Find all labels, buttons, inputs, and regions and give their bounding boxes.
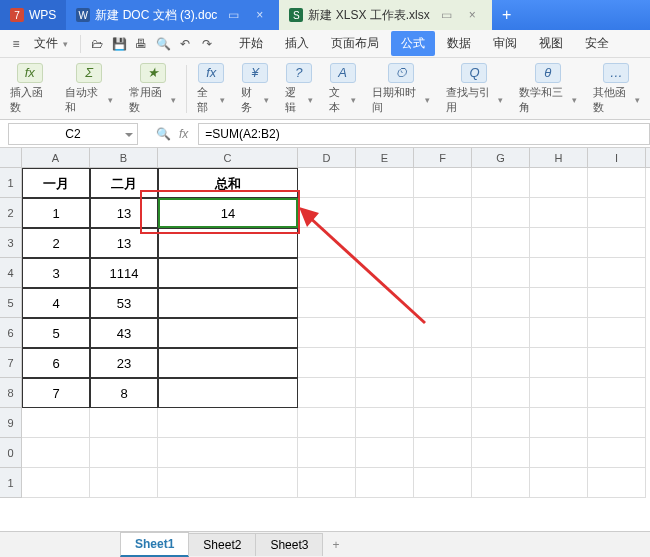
open-icon[interactable]: 🗁 [87, 34, 107, 54]
cell[interactable] [414, 438, 472, 468]
cell[interactable] [298, 228, 356, 258]
cell[interactable] [356, 258, 414, 288]
row-header[interactable]: 4 [0, 258, 22, 288]
row-header[interactable]: 5 [0, 288, 22, 318]
add-sheet-button[interactable]: + [322, 534, 349, 556]
row-header[interactable]: 9 [0, 408, 22, 438]
name-box[interactable]: C2 [8, 123, 138, 145]
col-header-E[interactable]: E [356, 148, 414, 167]
math-fn-button[interactable]: θ 数学和三角 [513, 61, 582, 117]
cell[interactable] [588, 408, 646, 438]
select-all-corner[interactable] [0, 148, 22, 167]
row-header[interactable]: 6 [0, 318, 22, 348]
cell-A1[interactable]: 一月 [22, 168, 90, 198]
sheet-tab-1[interactable]: Sheet1 [120, 532, 189, 557]
cell-B2[interactable]: 13 [90, 198, 158, 228]
cell[interactable] [530, 318, 588, 348]
row-header[interactable]: 8 [0, 378, 22, 408]
cell-C1[interactable]: 总和 [158, 168, 298, 198]
cell[interactable] [298, 408, 356, 438]
cell[interactable] [472, 468, 530, 498]
cell[interactable] [530, 378, 588, 408]
cell[interactable] [22, 408, 90, 438]
cell[interactable] [588, 198, 646, 228]
add-tab-button[interactable]: + [492, 6, 522, 24]
cell[interactable] [414, 408, 472, 438]
cell[interactable] [414, 348, 472, 378]
cell[interactable] [472, 168, 530, 198]
cell[interactable] [472, 348, 530, 378]
cell[interactable] [22, 438, 90, 468]
cell[interactable] [414, 228, 472, 258]
print-icon[interactable]: 🖶 [131, 34, 151, 54]
cell[interactable] [530, 168, 588, 198]
tab-insert[interactable]: 插入 [275, 31, 319, 56]
cell[interactable] [356, 408, 414, 438]
cell[interactable] [530, 348, 588, 378]
cell[interactable] [530, 258, 588, 288]
cell[interactable] [90, 438, 158, 468]
cell[interactable] [530, 408, 588, 438]
cell[interactable]: 2 [22, 228, 90, 258]
common-fn-button[interactable]: ★ 常用函数 [123, 61, 183, 117]
tab-view[interactable]: 视图 [529, 31, 573, 56]
cell[interactable] [588, 438, 646, 468]
datetime-fn-button[interactable]: ⏲ 日期和时间 [366, 61, 435, 117]
close-icon[interactable]: × [250, 8, 269, 22]
cell[interactable] [356, 438, 414, 468]
app-tab-doc[interactable]: W 新建 DOC 文档 (3).doc ▭ × [66, 0, 279, 30]
formula-input[interactable]: =SUM(A2:B2) [198, 123, 650, 145]
cell[interactable] [90, 468, 158, 498]
cell[interactable] [356, 318, 414, 348]
cell[interactable] [22, 468, 90, 498]
cell[interactable] [298, 168, 356, 198]
file-menu[interactable]: 文件 [28, 32, 74, 55]
redo-icon[interactable]: ↷ [197, 34, 217, 54]
cell[interactable] [356, 228, 414, 258]
cell[interactable] [298, 378, 356, 408]
cell[interactable] [588, 348, 646, 378]
tab-security[interactable]: 安全 [575, 31, 619, 56]
cell[interactable] [472, 408, 530, 438]
cell[interactable] [356, 198, 414, 228]
cell[interactable] [414, 198, 472, 228]
cell[interactable] [298, 348, 356, 378]
cell[interactable] [298, 438, 356, 468]
cell[interactable] [588, 258, 646, 288]
cell[interactable]: 6 [22, 348, 90, 378]
text-fn-button[interactable]: A 文本 [323, 61, 363, 117]
cell[interactable] [158, 468, 298, 498]
finance-fn-button[interactable]: ¥ 财务 [235, 61, 275, 117]
cell[interactable] [298, 288, 356, 318]
cell[interactable] [472, 378, 530, 408]
autosum-button[interactable]: Σ 自动求和 [59, 61, 119, 117]
save-icon[interactable]: 💾 [109, 34, 129, 54]
row-header[interactable]: 0 [0, 438, 22, 468]
cell[interactable] [588, 288, 646, 318]
tab-review[interactable]: 审阅 [483, 31, 527, 56]
cell[interactable] [414, 288, 472, 318]
cell[interactable] [298, 198, 356, 228]
cell[interactable] [472, 288, 530, 318]
col-header-F[interactable]: F [414, 148, 472, 167]
cell[interactable] [158, 318, 298, 348]
close-icon[interactable]: × [463, 8, 482, 22]
fx-icon[interactable]: fx [179, 127, 188, 141]
col-header-A[interactable]: A [22, 148, 90, 167]
cell[interactable] [356, 168, 414, 198]
cell[interactable] [356, 378, 414, 408]
menu-icon[interactable]: ≡ [6, 34, 26, 54]
cell[interactable] [472, 198, 530, 228]
row-header[interactable]: 7 [0, 348, 22, 378]
cell[interactable]: 23 [90, 348, 158, 378]
cell[interactable]: 5 [22, 318, 90, 348]
cell[interactable] [298, 258, 356, 288]
app-tab-xlsx[interactable]: S 新建 XLSX 工作表.xlsx ▭ × [279, 0, 491, 30]
logic-fn-button[interactable]: ? 逻辑 [279, 61, 319, 117]
row-header[interactable]: 2 [0, 198, 22, 228]
col-header-B[interactable]: B [90, 148, 158, 167]
row-header[interactable]: 1 [0, 468, 22, 498]
restore-icon[interactable]: ▭ [435, 8, 458, 22]
cell[interactable] [588, 318, 646, 348]
cell[interactable]: 4 [22, 288, 90, 318]
